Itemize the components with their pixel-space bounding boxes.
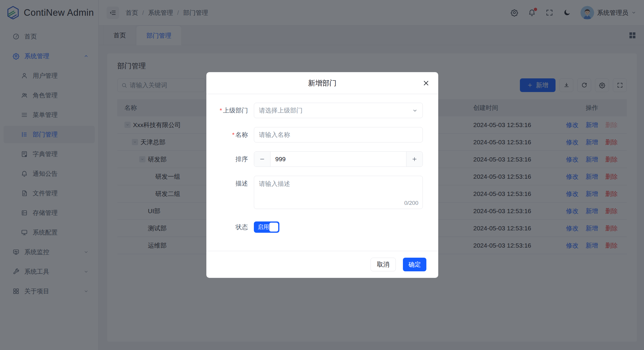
field-label-text: 状态 [235,223,248,231]
field-label-text: 名称 [235,131,248,139]
field-parent-dept: * 上级部门 请选择上级部门 [206,103,438,118]
select-placeholder: 请选择上级部门 [259,106,303,115]
field-desc: 描述 0/200 [206,176,438,209]
status-toggle-label: 启用 [258,221,269,233]
field-name: * 名称 [206,127,438,142]
field-label-text: 上级部门 [223,106,248,115]
chevron-down-icon [412,108,418,113]
required-asterisk: * [232,131,235,138]
field-label: 描述 [206,176,248,209]
add-department-modal: 新增部门 * 上级部门 请选择上级部门 * 名称 [206,72,438,278]
modal-body: * 上级部门 请选择上级部门 * 名称 排序 [206,94,438,233]
modal-footer: 取消 确定 [206,251,438,278]
field-label-text: 排序 [235,155,248,163]
desc-textarea-wrap: 0/200 [254,176,423,209]
sort-input[interactable] [270,152,406,167]
required-asterisk: * [220,107,222,114]
status-toggle-knob [269,223,278,232]
field-label-text: 描述 [235,179,248,188]
modal-header: 新增部门 [206,72,438,94]
close-icon[interactable] [422,79,430,87]
stepper-plus-button[interactable] [406,152,423,167]
plus-icon [412,156,417,162]
field-label: 状态 [206,221,248,233]
minus-icon [259,156,265,162]
desc-textarea[interactable] [254,176,423,209]
confirm-button[interactable]: 确定 [403,258,426,271]
parent-dept-select[interactable]: 请选择上级部门 [254,103,423,118]
status-toggle[interactable]: 启用 [254,221,279,233]
cancel-button[interactable]: 取消 [371,258,396,271]
stepper-minus-button[interactable] [254,152,270,167]
name-input[interactable] [254,127,423,142]
field-label: * 上级部门 [206,103,248,118]
field-status: 状态 启用 [206,221,438,233]
char-counter: 0/200 [404,200,418,206]
modal-title: 新增部门 [308,78,337,88]
field-label: * 名称 [206,127,248,142]
field-sort: 排序 [206,151,438,167]
sort-stepper [254,151,423,167]
field-label: 排序 [206,151,248,167]
